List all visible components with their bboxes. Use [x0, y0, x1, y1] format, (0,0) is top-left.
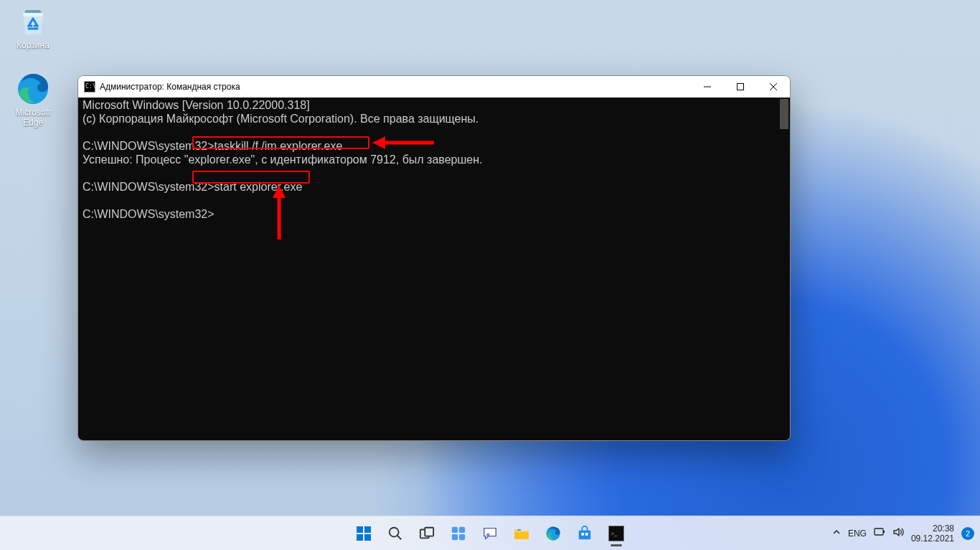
svg-point-18: [486, 533, 490, 536]
svg-line-11: [397, 535, 402, 539]
cmd-icon: [84, 81, 95, 93]
explorer-button[interactable]: [507, 519, 536, 548]
svg-rect-16: [452, 534, 458, 539]
store-button[interactable]: [570, 519, 599, 548]
window-title: Администратор: Командная строка: [100, 82, 691, 92]
svg-rect-17: [459, 534, 465, 539]
taskbar-center: >_: [349, 519, 631, 548]
chat-button[interactable]: [476, 519, 504, 548]
svg-rect-15: [459, 526, 465, 532]
language-indicator[interactable]: ENG: [848, 528, 867, 539]
svg-rect-6: [357, 526, 363, 533]
clock-time: 20:38: [933, 523, 954, 534]
terminal-scrollbar[interactable]: [778, 98, 790, 440]
network-icon[interactable]: [874, 527, 885, 539]
volume-icon[interactable]: [892, 527, 904, 539]
svg-rect-1: [738, 84, 744, 90]
scrollbar-thumb[interactable]: [780, 99, 788, 129]
svg-point-10: [390, 527, 399, 536]
notification-badge[interactable]: 2: [961, 527, 974, 540]
edge-icon[interactable]: Microsoft Edge: [6, 72, 60, 128]
terminal-output: Microsoft Windows [Version 10.0.22000.31…: [78, 98, 790, 440]
svg-rect-22: [579, 530, 591, 539]
clock[interactable]: 20:38 09.12.2021: [911, 523, 954, 544]
recycle-bin-label: Корзина: [6, 40, 60, 50]
minimize-button[interactable]: [691, 76, 724, 98]
taskview-button[interactable]: [413, 519, 441, 548]
svg-rect-23: [581, 533, 584, 536]
taskbar-right: ENG 20:38 09.12.2021 2: [832, 523, 974, 544]
close-button[interactable]: [757, 76, 790, 98]
widgets-button[interactable]: [444, 519, 473, 548]
svg-rect-14: [452, 526, 458, 532]
titlebar[interactable]: Администратор: Командная строка: [78, 76, 790, 98]
search-button[interactable]: [381, 519, 410, 548]
clock-date: 09.12.2021: [911, 534, 954, 544]
svg-rect-8: [357, 534, 363, 541]
svg-rect-9: [364, 534, 371, 541]
cmd-window: Администратор: Командная строка Microsof…: [77, 75, 791, 441]
cmd-taskbar-button[interactable]: >_: [602, 519, 631, 548]
tray-overflow-button[interactable]: [832, 528, 841, 539]
maximize-button[interactable]: [724, 76, 757, 98]
svg-rect-7: [364, 526, 371, 533]
edge-label: Microsoft Edge: [6, 108, 60, 128]
start-button[interactable]: [349, 519, 378, 548]
svg-rect-24: [585, 533, 588, 536]
svg-rect-25: [875, 528, 883, 535]
recycle-bin-glyph: [16, 4, 50, 39]
recycle-bin-icon[interactable]: Корзина: [6, 4, 60, 50]
edge-glyph: [16, 72, 50, 106]
desktop[interactable]: Корзина Microsoft Edge Администратор: Ко…: [0, 0, 980, 550]
taskbar: >_ ENG 20:38 09.12.2021 2: [0, 516, 980, 550]
edge-taskbar-button[interactable]: [539, 519, 567, 548]
svg-rect-19: [514, 532, 529, 539]
svg-rect-20: [517, 529, 521, 531]
svg-rect-13: [425, 527, 433, 536]
terminal-area[interactable]: Microsoft Windows [Version 10.0.22000.31…: [78, 98, 790, 440]
cmd-taskbar-icon: >_: [608, 526, 624, 541]
